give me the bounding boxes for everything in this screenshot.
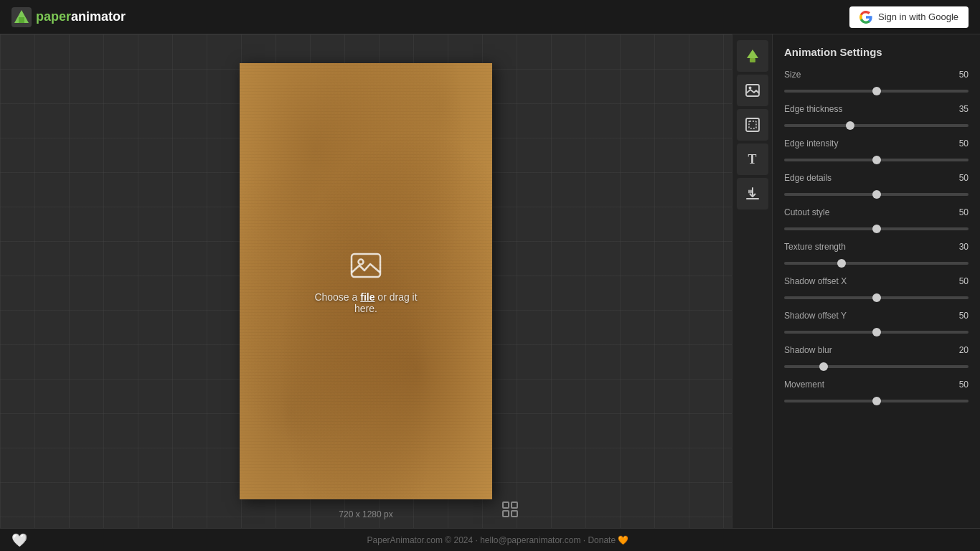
svg-rect-3	[352, 254, 380, 277]
upload-area[interactable]: Choose a file or drag it here.	[303, 248, 429, 314]
slider-input-6[interactable]	[784, 296, 969, 299]
slider-input-1[interactable]	[784, 124, 969, 127]
download-tool-button[interactable]: ▓▓	[737, 178, 768, 209]
slider-value-0: 50	[959, 70, 969, 80]
logo: paperanimator	[11, 7, 126, 27]
settings-title: Animation Settings	[784, 46, 969, 58]
slider-label-9: Movement	[784, 380, 824, 390]
fullscreen-icon	[502, 501, 518, 517]
svg-rect-5	[503, 502, 509, 508]
canvas-size-label: 720 x 1280 px	[339, 509, 392, 519]
slider-row-3: Edge details50	[784, 173, 969, 199]
canvas-area: Choose a file or drag it here. 720 x 128…	[0, 34, 732, 528]
svg-rect-14	[749, 121, 756, 128]
sliders-container: Size50Edge thickness35Edge intensity50Ed…	[784, 70, 969, 405]
slider-row-4: Cutout style50	[784, 207, 969, 233]
paper-canvas[interactable]: Choose a file or drag it here.	[240, 63, 492, 499]
svg-point-12	[748, 87, 751, 90]
slider-label-0: Size	[784, 70, 801, 80]
heart-icon: 🤍	[11, 532, 27, 548]
slider-value-9: 50	[959, 380, 969, 390]
slider-value-1: 35	[959, 104, 969, 114]
sign-in-button[interactable]: Sign in with Google	[849, 6, 969, 28]
download-icon: ▓▓	[745, 186, 760, 202]
slider-input-4[interactable]	[784, 227, 969, 230]
slider-value-6: 50	[959, 276, 969, 286]
slider-value-3: 50	[959, 173, 969, 183]
slider-value-4: 50	[959, 207, 969, 217]
slider-input-5[interactable]	[784, 262, 969, 265]
svg-rect-8	[512, 511, 517, 517]
shape-icon	[745, 117, 760, 133]
slider-input-0[interactable]	[784, 90, 969, 93]
slider-input-2[interactable]	[784, 159, 969, 161]
shape-tool-button[interactable]	[737, 109, 768, 141]
slider-row-1: Edge thickness35	[784, 104, 969, 130]
slider-label-8: Shadow blur	[784, 345, 832, 355]
slider-row-8: Shadow blur20	[784, 345, 969, 371]
footer: 🤍 PaperAnimator.com © 2024 · hello@paper…	[0, 528, 980, 551]
settings-panel: Animation Settings Size50Edge thickness3…	[772, 34, 980, 528]
slider-input-9[interactable]	[784, 400, 969, 402]
slider-value-7: 50	[959, 311, 969, 321]
slider-label-6: Shadow offset X	[784, 276, 847, 286]
upload-icon	[349, 248, 383, 283]
slider-row-2: Edge intensity50	[784, 138, 969, 164]
image-tool-button[interactable]	[737, 75, 768, 106]
slider-label-1: Edge thickness	[784, 104, 842, 114]
slider-input-3[interactable]	[784, 193, 969, 196]
slider-row-7: Shadow offset Y50	[784, 311, 969, 336]
svg-rect-11	[746, 85, 759, 96]
text-icon: T	[748, 152, 756, 167]
google-icon	[859, 11, 872, 24]
slider-row-9: Movement50	[784, 380, 969, 405]
image-icon	[745, 83, 760, 98]
logo-text: paperanimator	[36, 9, 126, 24]
svg-rect-13	[746, 118, 759, 131]
svg-rect-2	[19, 17, 24, 23]
slider-value-2: 50	[959, 138, 969, 149]
header: paperanimator Sign in with Google	[0, 0, 980, 34]
slider-input-8[interactable]	[784, 365, 969, 368]
slider-row-0: Size50	[784, 70, 969, 95]
main-area: Choose a file or drag it here. 720 x 128…	[0, 34, 980, 528]
fill-tool-button[interactable]	[737, 40, 768, 72]
slider-label-4: Cutout style	[784, 207, 829, 217]
svg-marker-9	[747, 50, 758, 58]
slider-input-7[interactable]	[784, 331, 969, 334]
upload-text: Choose a file or drag it here.	[303, 291, 429, 314]
slider-value-8: 20	[959, 345, 969, 355]
fullscreen-button[interactable]	[502, 501, 518, 519]
slider-label-5: Texture strength	[784, 242, 846, 252]
choose-file-link[interactable]: file	[360, 291, 374, 303]
logo-icon	[11, 7, 32, 27]
svg-rect-6	[512, 502, 517, 508]
slider-label-2: Edge intensity	[784, 138, 838, 149]
slider-row-6: Shadow offset X50	[784, 276, 969, 302]
svg-point-4	[359, 260, 364, 265]
canvas-wrapper: Choose a file or drag it here. 720 x 128…	[240, 63, 492, 499]
right-toolbar: T ▓▓	[732, 34, 772, 528]
slider-row-5: Texture strength30	[784, 242, 969, 268]
svg-rect-10	[750, 58, 755, 62]
slider-label-3: Edge details	[784, 173, 831, 183]
slider-value-5: 30	[959, 242, 969, 252]
svg-rect-7	[503, 511, 509, 517]
text-tool-button[interactable]: T	[737, 143, 768, 175]
slider-label-7: Shadow offset Y	[784, 311, 847, 321]
footer-text: PaperAnimator.com © 2024 · hello@paperan…	[367, 535, 629, 545]
sign-in-label: Sign in with Google	[878, 11, 958, 22]
fill-icon	[745, 48, 760, 64]
